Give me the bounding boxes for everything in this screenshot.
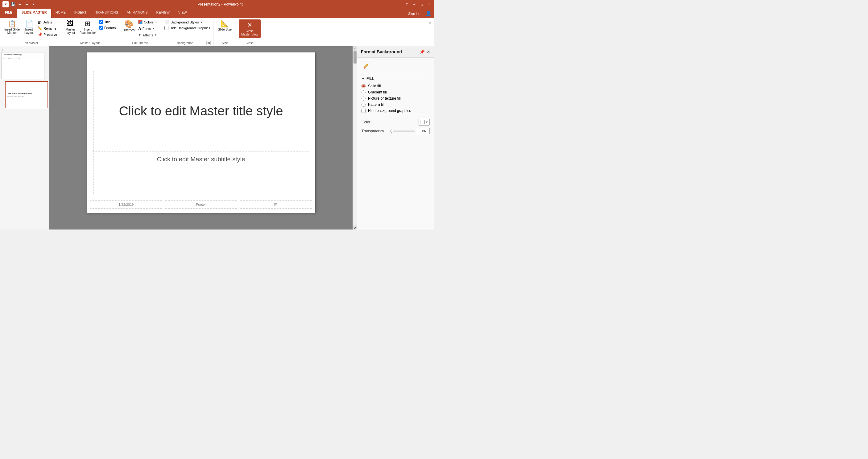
background-styles-button[interactable]: Background Styles ▼ [164, 20, 211, 25]
background-items: Background Styles ▼ Hide Background Grap… [164, 20, 211, 41]
ribbon: FILE SLIDE MASTER HOME INSERT TRANSITION… [0, 9, 434, 46]
footer-date-box[interactable]: 1/22/2019 [90, 201, 162, 209]
vertical-scrollbar[interactable]: ▲ ⊕ ⊖ ⊠ ▼ [352, 46, 357, 230]
ribbon-collapse-button[interactable]: ▲ [426, 20, 434, 25]
background-options: Background Styles ▼ Hide Background Grap… [164, 20, 211, 30]
slide-canvas[interactable]: Click to edit Master title style Click t… [87, 53, 315, 213]
master-layout-button[interactable]: 🖼 Master Layout [64, 20, 77, 35]
paint-bucket-svg [363, 63, 370, 70]
delete-icon: 🗑 [38, 20, 41, 24]
slide-size-button[interactable]: 📐 Slide Size [216, 20, 233, 32]
pattern-fill-option[interactable]: Pattern fill [362, 102, 430, 107]
insert-layout-button[interactable]: 📄 Insert Layout [22, 20, 36, 35]
slide-subtitle-text: Click to edit Master subtitle style [157, 156, 245, 163]
edit-master-small-buttons: 🗑 Delete ✏️ Rename 📌 Preserve [36, 20, 58, 37]
canvas-container[interactable]: Click to edit Master title style Click t… [49, 46, 352, 230]
slide-thumb-img-1[interactable]: Click to edit Master title style Click t… [1, 52, 44, 79]
save-button[interactable]: 💾 [10, 2, 16, 6]
background-label: Background [164, 41, 206, 45]
edit-master-label: Edit Master [2, 41, 58, 45]
panel-footer: Apply to All Reset Background [357, 228, 434, 230]
group-close: ✕ Close Master View Close [236, 20, 263, 45]
tab-animations[interactable]: ANIMATIONS [122, 9, 152, 18]
ribbon-tabs: FILE SLIDE MASTER HOME INSERT TRANSITION… [0, 9, 434, 18]
fill-options: Solid fill Gradient fill Picture or text… [362, 84, 430, 113]
scroll-zoom-btn-1[interactable]: ⊕ [353, 226, 357, 230]
account-icon[interactable]: 👤 [423, 9, 434, 18]
transparency-slider[interactable] [390, 130, 415, 132]
themes-button[interactable]: 🎨 Themes [122, 20, 136, 33]
title-bar-left: P 💾 ↩ ↪ ▼ [2, 1, 36, 7]
scroll-thumb[interactable] [353, 51, 356, 64]
fonts-icon: A [138, 26, 141, 31]
background-dialog-button[interactable]: ⧉ [206, 41, 211, 45]
footer-text-box[interactable]: Footer [165, 201, 237, 209]
panel-divider-2 [362, 115, 430, 115]
color-picker-button[interactable]: ▼ [418, 119, 430, 126]
scroll-track[interactable] [353, 51, 357, 225]
insert-slide-master-button[interactable]: 📋 Insert Slide Master [2, 20, 22, 35]
footers-checkbox[interactable]: Footers [98, 25, 116, 30]
tab-transitions[interactable]: TRANSITIONS [91, 9, 122, 18]
thumb2-sub: Click to edit Master subtitle style [7, 95, 46, 97]
tab-slide-master[interactable]: SLIDE MASTER [17, 9, 51, 18]
slide-footer-area: 1/22/2019 Footer ⊞ [90, 201, 312, 209]
close-button[interactable]: ✕ [427, 2, 432, 6]
slide-title-area[interactable]: Click to edit Master title style [93, 71, 309, 151]
hide-background-checkbox[interactable]: Hide Background Graphics [164, 26, 211, 30]
slide-thumb-1[interactable]: 1 Click to edit Master title style Click… [1, 48, 48, 79]
fill-chevron-icon: ▼ [362, 77, 365, 81]
slide-size-icon: 📐 [221, 20, 229, 27]
delete-button[interactable]: 🗑 Delete [36, 20, 58, 25]
tab-review[interactable]: REVIEW [152, 9, 174, 18]
slider-thumb[interactable] [390, 129, 393, 133]
tab-home[interactable]: HOME [51, 9, 70, 18]
fonts-button[interactable]: A Fonts ▼ [137, 26, 159, 31]
undo-button[interactable]: ↩ [17, 2, 22, 6]
colors-button[interactable]: Colors ▼ [137, 20, 159, 25]
scroll-up-button[interactable]: ▲ [353, 46, 357, 51]
group-size: 📐 Slide Size Size [213, 20, 236, 45]
thumb2-content: Click to edit Master title style Click t… [5, 82, 48, 108]
slide-thumb-2[interactable]: Click to edit Master title style Click t… [1, 81, 48, 108]
close-master-view-button[interactable]: ✕ Close Master View [239, 20, 261, 38]
rename-button[interactable]: ✏️ Rename [36, 26, 58, 31]
fill-icon-row [362, 61, 430, 71]
preserve-button[interactable]: 📌 Preserve [36, 32, 58, 37]
sign-in-button[interactable]: Sign in [404, 9, 423, 18]
slide-subtitle-area[interactable]: Click to edit Master subtitle style [93, 151, 309, 194]
hide-bg-graphics-option[interactable]: Hide background graphics [362, 109, 430, 113]
fonts-dropdown-icon: ▼ [152, 27, 155, 30]
panel-pin-button[interactable]: 📌 [420, 49, 425, 54]
effects-button[interactable]: ✦ Effects ▼ [137, 32, 159, 38]
group-edit-theme: 🎨 Themes Colors ▼ A Fonts ▼ ✦ [119, 20, 161, 45]
solid-fill-option[interactable]: Solid fill [362, 84, 430, 88]
fill-paint-icon[interactable] [362, 61, 372, 71]
preserve-icon: 📌 [38, 32, 42, 37]
master-layout-checkboxes: Title Footers [98, 20, 116, 30]
background-styles-icon [165, 20, 169, 24]
panel-close-button[interactable]: ✕ [427, 49, 430, 54]
help-button[interactable]: ? [404, 2, 409, 6]
redo-button[interactable]: ↪ [24, 2, 29, 6]
picture-texture-fill-option[interactable]: Picture or texture fill [362, 96, 430, 100]
size-label: Size [216, 41, 233, 45]
fill-section-header[interactable]: ▼ FILL [362, 76, 430, 81]
window-title: Presentation2 - PowerPoint [36, 2, 404, 6]
title-checkbox[interactable]: Title [98, 20, 116, 24]
tab-insert[interactable]: INSERT [70, 9, 91, 18]
tab-view[interactable]: VIEW [174, 9, 191, 18]
transparency-value[interactable]: 0% [417, 128, 430, 134]
effects-dropdown-icon: ▼ [155, 34, 157, 36]
insert-slide-master-icon: 📋 [8, 20, 17, 27]
slide-thumb-img-2[interactable]: Click to edit Master title style Click t… [5, 81, 48, 108]
slide-thumb-num-1: 1 [1, 48, 48, 52]
format-panel-body: ▼ FILL Solid fill Gradient fill Picture … [357, 58, 434, 228]
minimize-button[interactable]: ─ [412, 2, 417, 6]
customize-button[interactable]: ▼ [31, 2, 36, 6]
gradient-fill-option[interactable]: Gradient fill [362, 90, 430, 94]
maximize-button[interactable]: □ [419, 2, 424, 6]
tab-file[interactable]: FILE [0, 9, 17, 18]
insert-placeholder-button[interactable]: ⊞ Insert Placeholder [78, 20, 98, 35]
footer-page-box[interactable]: ⊞ [240, 201, 312, 209]
